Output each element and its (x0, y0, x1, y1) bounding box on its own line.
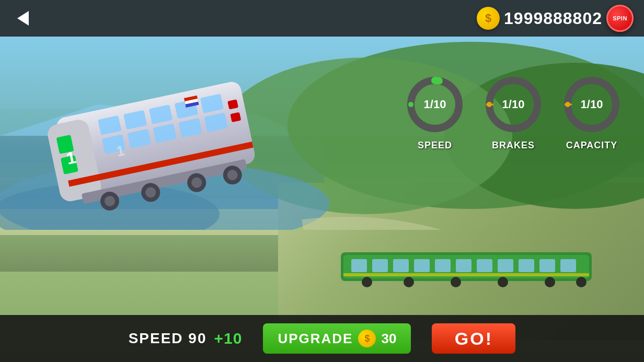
stats-area: 1/10 SPEED 1/10 BRAKES 1/1 (404, 73, 623, 151)
capacity-fraction: 1/10 (581, 99, 603, 110)
currency-area: $ 1999888802 SPIN (477, 5, 634, 32)
capacity-stat: 1/10 CAPACITY (560, 73, 623, 151)
bottom-bar: SPEED 90 +10 UPGRADE $ 30 GO! (0, 315, 644, 362)
speed-bonus-value: +10 (214, 330, 243, 347)
topbar: $ 1999888802 SPIN (0, 0, 644, 37)
svg-point-21 (451, 277, 461, 287)
brakes-stat: 1/10 BRAKES (482, 73, 545, 151)
svg-rect-15 (498, 259, 513, 272)
balance-display: 1999888802 (504, 9, 602, 28)
speed-stat: 1/10 SPEED (404, 73, 466, 151)
svg-rect-10 (393, 259, 409, 272)
svg-rect-25 (343, 273, 589, 276)
svg-point-19 (362, 277, 372, 287)
svg-rect-16 (519, 259, 534, 272)
svg-rect-18 (560, 259, 576, 272)
svg-rect-11 (414, 259, 430, 272)
svg-point-23 (545, 277, 555, 287)
brakes-circle: 1/10 (482, 73, 545, 136)
upgrade-button[interactable]: UPGRADE $ 30 (263, 323, 411, 354)
capacity-circle: 1/10 (560, 73, 623, 136)
svg-rect-9 (372, 259, 388, 272)
speed-label-value: SPEED 90 (129, 330, 207, 347)
speed-info: SPEED 90 +10 (129, 330, 243, 347)
go-button[interactable]: GO! (432, 323, 515, 354)
brakes-label: BRAKES (492, 140, 535, 151)
bg-train-image (341, 242, 602, 294)
svg-point-61 (408, 102, 413, 107)
back-button[interactable] (10, 6, 36, 31)
spin-button[interactable]: SPIN (606, 5, 634, 32)
svg-point-20 (404, 277, 414, 287)
speed-label: SPEED (418, 140, 452, 151)
speed-circle: 1/10 (404, 73, 466, 136)
svg-rect-12 (435, 259, 451, 272)
capacity-label: CAPACITY (566, 140, 618, 151)
svg-point-24 (576, 277, 586, 287)
go-label: GO! (455, 329, 493, 349)
coin-icon: $ (477, 7, 500, 30)
upgrade-coin-icon: $ (358, 330, 376, 347)
train-image: 1 1 (31, 57, 277, 235)
svg-rect-8 (351, 259, 367, 272)
brakes-fraction: 1/10 (502, 99, 525, 110)
speed-fraction: 1/10 (424, 99, 446, 110)
svg-rect-14 (477, 259, 492, 272)
back-arrow-icon (17, 11, 29, 26)
upgrade-cost-value: 30 (381, 331, 396, 347)
svg-rect-13 (456, 259, 472, 272)
svg-point-22 (498, 277, 508, 287)
svg-rect-17 (539, 259, 555, 272)
upgrade-label: UPGRADE (278, 331, 353, 347)
